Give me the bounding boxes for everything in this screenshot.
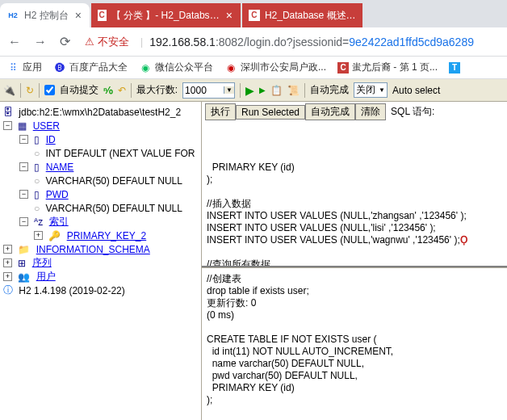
warning-icon: ⚠: [85, 36, 94, 48]
bookmark-police[interactable]: ◉深圳市公安局户政...: [224, 61, 326, 74]
users-icon: 👥: [18, 271, 30, 283]
sequence-icon: ⊞: [18, 258, 26, 269]
expand-icon[interactable]: +: [3, 258, 12, 267]
collapse-icon[interactable]: −: [19, 135, 28, 144]
reload-button[interactable]: ⟳: [57, 31, 73, 52]
users[interactable]: + 👥 用户: [3, 270, 198, 284]
column-icon: ▯: [34, 189, 40, 200]
browser-tabs: H2 H2 控制台 × C 【 分类 】- H2_Databse - 蚩尤… ×…: [0, 0, 507, 27]
table-icon: ▦: [18, 120, 27, 132]
expand-icon[interactable]: +: [3, 245, 12, 254]
tab-title: H2_Database 概述…: [265, 9, 356, 23]
history-icon[interactable]: 📜: [287, 85, 300, 96]
schema-tree: 🗄 jdbc:h2:E:\wmx\h2Database\testH2_2 − ▦…: [0, 102, 202, 420]
autocomplete-value[interactable]: 关闭: [356, 83, 375, 97]
editor-pane: 执行 Run Selected 自动完成 清除 SQL 语句: PRIMARY …: [202, 102, 507, 420]
autocommit-label: 自动提交: [60, 83, 98, 97]
address-bar: ← → ⟳ ⚠ 不安全 | 192.168.58.1:8082/login.do…: [0, 27, 507, 57]
autoselect-label: Auto select: [392, 85, 440, 96]
column-pwd-type: ○ VARCHAR(50) DEFAULT NULL: [3, 201, 198, 215]
collapse-icon[interactable]: −: [19, 217, 28, 226]
type-icon: ○: [34, 203, 40, 214]
column-id-type: ○ INT DEFAULT (NEXT VALUE FOR: [3, 146, 198, 160]
column-id[interactable]: − ▯ ID: [3, 132, 198, 146]
version-info: ⓘ H2 1.4.198 (2019-02-22): [3, 284, 198, 297]
bookmark-baidu[interactable]: 🅑百度产品大全: [53, 61, 128, 74]
tab-title: H2 控制台: [24, 9, 69, 23]
csdn-favicon-icon: C: [249, 10, 260, 21]
collapse-icon[interactable]: −: [3, 121, 12, 130]
collapse-icon[interactable]: −: [19, 190, 28, 199]
insecure-badge[interactable]: ⚠ 不安全: [80, 35, 134, 49]
database-icon: 🗄: [3, 107, 13, 118]
column-icon: ▯: [34, 162, 40, 173]
bookmark-csdn[interactable]: C蚩尤后裔 - 第 1 页...: [337, 61, 438, 74]
column-name[interactable]: − ▯ NAME: [3, 160, 198, 174]
collapse-icon[interactable]: −: [19, 162, 28, 171]
column-icon: ▯: [34, 134, 40, 145]
url-session: 9e2422ad1ffd5cd9a6289: [349, 36, 474, 48]
url-display[interactable]: 192.168.58.1:8082/login.do?jsessionid=9e…: [149, 36, 474, 48]
key-icon: 🔑: [48, 230, 61, 242]
clear-button[interactable]: 清除: [355, 103, 386, 120]
tab-csdn-2[interactable]: C H2_Database 概述…: [242, 3, 362, 27]
sql-content: PRIMARY KEY (id) ); //插入数据 INSERT INTO U…: [207, 162, 502, 266]
baidu-icon: 🅑: [53, 61, 66, 74]
autocommit-checkbox[interactable]: [44, 85, 55, 95]
run-selected-icon[interactable]: ▶: [259, 86, 266, 94]
url-path: /login.do?jsessionid=: [244, 36, 349, 48]
autocomplete-button[interactable]: 自动完成: [305, 103, 355, 120]
folder-icon: 📁: [18, 244, 30, 255]
insecure-label: 不安全: [98, 35, 129, 49]
info-icon: ⓘ: [3, 284, 13, 297]
close-icon[interactable]: ×: [224, 9, 234, 22]
refresh-icon[interactable]: ↻: [26, 85, 34, 96]
url-host: 192.168.58.1: [149, 36, 216, 48]
run-button[interactable]: 执行: [205, 103, 236, 120]
tab-csdn-1[interactable]: C 【 分类 】- H2_Databse - 蚩尤… ×: [91, 3, 241, 27]
tab-h2-console[interactable]: H2 H2 控制台 ×: [0, 3, 90, 27]
expand-icon[interactable]: +: [3, 272, 12, 281]
bookmarks-bar: ⠿应用 🅑百度产品大全 ◉微信公众平台 ◉深圳市公安局户政... C蚩尤后裔 -…: [0, 57, 507, 79]
bookmark-apps[interactable]: ⠿应用: [6, 61, 42, 74]
close-icon[interactable]: ×: [73, 9, 83, 22]
maxrows-input[interactable]: [183, 83, 224, 98]
t-icon: T: [449, 62, 460, 74]
police-icon: ◉: [224, 61, 237, 74]
type-icon: ○: [34, 148, 40, 159]
back-button[interactable]: ←: [5, 32, 24, 52]
forward-button[interactable]: →: [31, 32, 50, 52]
column-name-type: ○ VARCHAR(50) DEFAULT NULL: [3, 174, 198, 187]
text-cursor-icon: Ọ: [460, 234, 467, 246]
expand-icon[interactable]: +: [34, 231, 43, 240]
indexes[interactable]: − ᴬz 索引: [3, 215, 198, 229]
run-selected-button[interactable]: Run Selected: [236, 105, 305, 120]
commit-icon[interactable]: ⁿ⁄₀: [103, 85, 113, 96]
info-schema[interactable]: + 📁 INFORMATION_SCHEMA: [3, 242, 198, 256]
h2-favicon-icon: H2: [6, 9, 19, 22]
type-icon: ○: [34, 175, 40, 187]
maxrows-label: 最大行数:: [136, 83, 178, 97]
chevron-down-icon[interactable]: ▼: [224, 86, 234, 94]
stop-icon[interactable]: 📋: [270, 85, 283, 96]
apps-icon: ⠿: [6, 61, 19, 74]
bookmark-t[interactable]: T: [449, 62, 460, 74]
csdn-icon: C: [337, 62, 349, 74]
bookmark-wechat[interactable]: ◉微信公众平台: [139, 61, 213, 74]
sequences[interactable]: + ⊞ 序列: [3, 256, 198, 270]
column-pwd[interactable]: − ▯ PWD: [3, 187, 198, 201]
run-icon[interactable]: ▶: [245, 84, 254, 97]
autocomplete-label: 自动完成: [310, 83, 349, 97]
table-user[interactable]: − ▦ USER: [3, 119, 198, 132]
wechat-icon: ◉: [139, 61, 152, 74]
chevron-down-icon[interactable]: ▼: [379, 86, 385, 94]
primary-key[interactable]: + 🔑 PRIMARY_KEY_2: [3, 229, 198, 242]
results-pane: //创建表 drop table if exists user; 更新行数: 0…: [202, 267, 507, 411]
disconnect-icon[interactable]: 🔌: [3, 85, 15, 96]
sql-label: SQL 语句:: [386, 105, 439, 119]
rollback-icon[interactable]: ↶: [118, 85, 126, 96]
tab-title: 【 分类 】- H2_Databse - 蚩尤…: [111, 9, 220, 23]
editor-toolbar: 执行 Run Selected 自动完成 清除 SQL 语句:: [202, 102, 507, 122]
index-icon: ᴬz: [34, 216, 43, 228]
sql-textarea[interactable]: PRIMARY KEY (id) ); //插入数据 INSERT INTO U…: [202, 122, 507, 266]
